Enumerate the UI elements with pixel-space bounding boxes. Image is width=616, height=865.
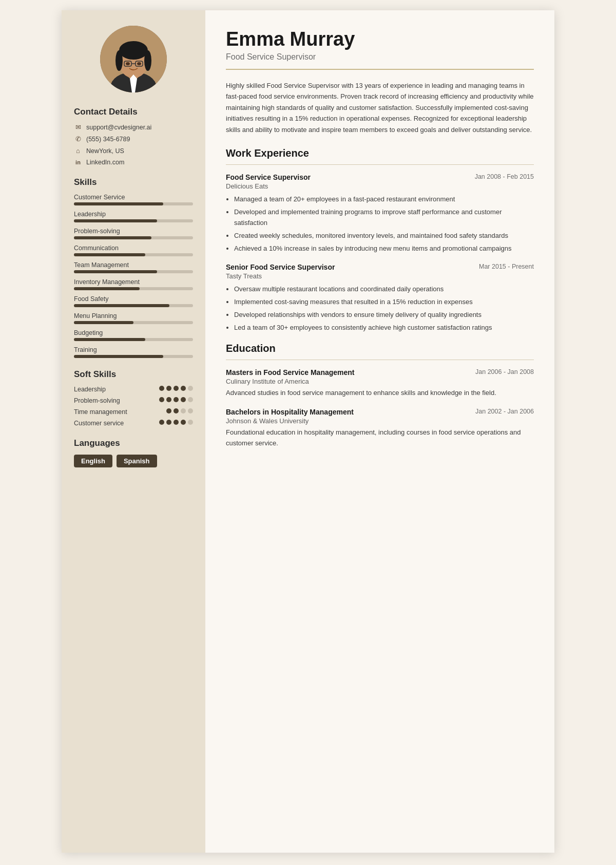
dot xyxy=(181,408,186,413)
skill-item: Food Safety xyxy=(74,295,193,307)
job-title: Food Service Supervisor xyxy=(226,173,311,181)
contact-location: ⌂ NewYork, US xyxy=(74,147,193,155)
soft-skill-item: Customer service xyxy=(74,420,193,427)
skill-name: Problem-solving xyxy=(74,228,193,235)
edu-date: Jan 2002 - Jan 2006 xyxy=(475,408,534,415)
soft-skill-name: Customer service xyxy=(74,420,159,427)
soft-skill-name: Leadership xyxy=(74,386,159,393)
skill-item: Inventory Management xyxy=(74,278,193,290)
job-title: Senior Food Service Supervisor xyxy=(226,263,335,271)
skill-bar xyxy=(74,202,193,205)
edu-header: Masters in Food Service Management Jan 2… xyxy=(226,368,534,377)
dot xyxy=(188,386,193,391)
dot xyxy=(174,420,179,425)
contact-phone: ✆ (555) 345-6789 xyxy=(74,135,193,143)
job-bullet: Developed relationships with vendors to … xyxy=(234,310,534,321)
language-tag: Spanish xyxy=(117,455,157,467)
dot xyxy=(166,420,171,425)
job-bullet: Oversaw multiple restaurant locations an… xyxy=(234,284,534,295)
contact-list: ✉ support@cvdesigner.ai ✆ (555) 345-6789… xyxy=(74,123,193,166)
skill-bar xyxy=(74,338,193,341)
edu-desc: Advanced studies in food service managem… xyxy=(226,388,534,399)
contact-location-text: NewYork, US xyxy=(86,147,124,155)
job-bullets: Oversaw multiple restaurant locations an… xyxy=(234,284,534,333)
main-content: Emma Murray Food Service Supervisor High… xyxy=(205,10,554,853)
svg-point-11 xyxy=(137,62,141,65)
soft-skills-title: Soft Skills xyxy=(74,369,193,380)
soft-skill-item: Leadership xyxy=(74,386,193,393)
contact-phone-text: (555) 345-6789 xyxy=(86,136,130,143)
dot xyxy=(181,386,186,391)
work-experience-title: Work Experience xyxy=(226,147,534,159)
edu-header: Bachelors in Hospitality Management Jan … xyxy=(226,408,534,416)
contact-linkedin-text: LinkedIn.com xyxy=(86,159,124,166)
skill-bar-fill xyxy=(74,338,145,341)
sidebar: Contact Details ✉ support@cvdesigner.ai … xyxy=(62,10,205,853)
dot xyxy=(188,420,193,425)
dot xyxy=(188,397,193,402)
edu-degree: Bachelors in Hospitality Management xyxy=(226,408,354,416)
skill-bar xyxy=(74,236,193,239)
skill-item: Leadership xyxy=(74,211,193,222)
dot xyxy=(159,397,164,402)
phone-icon: ✆ xyxy=(74,135,82,143)
contact-email: ✉ support@cvdesigner.ai xyxy=(74,123,193,131)
edu-desc: Foundational education in hospitality ma… xyxy=(226,427,534,449)
skill-item: Training xyxy=(74,346,193,358)
dot xyxy=(174,408,179,413)
job-bullet: Achieved a 10% increase in sales by intr… xyxy=(234,243,534,254)
edu-degree: Masters in Food Service Management xyxy=(226,368,355,377)
job-bullets: Managed a team of 20+ employees in a fas… xyxy=(234,194,534,254)
contact-linkedin: in LinkedIn.com xyxy=(74,159,193,166)
skill-item: Menu Planning xyxy=(74,312,193,324)
soft-skill-name: Time management xyxy=(74,408,166,416)
skill-bar xyxy=(74,355,193,358)
skill-name: Menu Planning xyxy=(74,312,193,319)
skill-item: Team Management xyxy=(74,261,193,273)
skill-item: Communication xyxy=(74,245,193,256)
skill-name: Food Safety xyxy=(74,295,193,303)
summary: Highly skilled Food Service Supervisor w… xyxy=(226,80,534,135)
header-divider xyxy=(226,69,534,70)
job-date: Jan 2008 - Feb 2015 xyxy=(475,173,534,180)
skill-bar xyxy=(74,253,193,256)
skill-item: Problem-solving xyxy=(74,228,193,239)
skill-name: Leadership xyxy=(74,211,193,218)
dot xyxy=(159,386,164,391)
resume-container: Contact Details ✉ support@cvdesigner.ai … xyxy=(62,10,554,853)
skill-item: Customer Service xyxy=(74,194,193,205)
dots-container xyxy=(159,397,193,402)
job-bullet: Managed a team of 20+ employees in a fas… xyxy=(234,194,534,205)
skill-name: Customer Service xyxy=(74,194,193,201)
job-bullet: Created weekly schedules, monitored inve… xyxy=(234,231,534,241)
linkedin-icon: in xyxy=(74,159,82,165)
dot xyxy=(174,397,179,402)
work-divider xyxy=(226,164,534,165)
skill-bar-fill xyxy=(74,253,145,256)
dots-container xyxy=(159,386,193,391)
job-company: Delicious Eats xyxy=(226,182,534,190)
jobs-list: Food Service Supervisor Jan 2008 - Feb 2… xyxy=(226,173,534,333)
candidate-name: Emma Murray xyxy=(226,29,534,50)
dot xyxy=(159,420,164,425)
skill-bar xyxy=(74,287,193,290)
job-block: Senior Food Service Supervisor Mar 2015 … xyxy=(226,263,534,333)
skill-bar xyxy=(74,321,193,324)
dots-container xyxy=(166,408,193,413)
skill-bar-fill xyxy=(74,202,163,205)
edu-school: Johnson & Wales University xyxy=(226,417,534,425)
dots-container xyxy=(159,420,193,425)
svg-point-5 xyxy=(116,50,123,71)
skill-name: Training xyxy=(74,346,193,353)
skill-bar xyxy=(74,304,193,307)
svg-point-10 xyxy=(126,62,130,65)
education-divider xyxy=(226,360,534,361)
skill-bar xyxy=(74,270,193,273)
contact-email-text: support@cvdesigner.ai xyxy=(86,124,151,131)
job-header: Senior Food Service Supervisor Mar 2015 … xyxy=(226,263,534,271)
email-icon: ✉ xyxy=(74,123,82,131)
soft-skills-list: Leadership Problem-solving Time manageme… xyxy=(74,386,193,427)
dot xyxy=(166,386,171,391)
education-list: Masters in Food Service Management Jan 2… xyxy=(226,368,534,448)
soft-skill-item: Time management xyxy=(74,408,193,416)
